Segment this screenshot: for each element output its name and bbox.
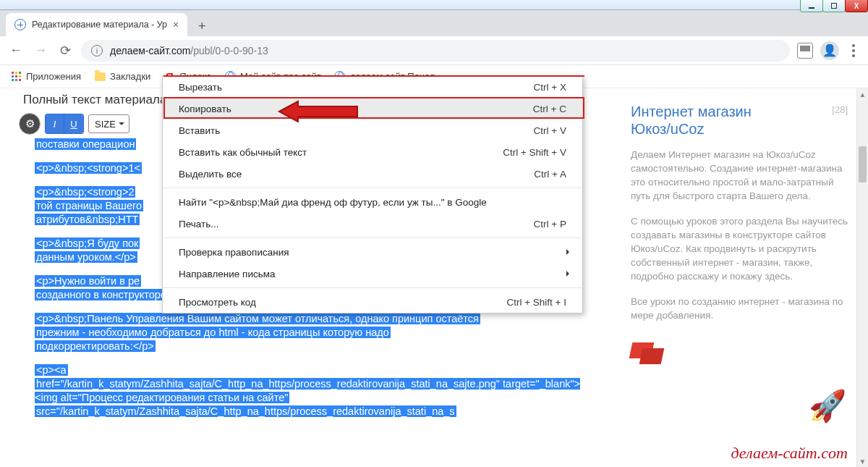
shortcut: Ctrl + A (534, 169, 566, 180)
svg-marker-0 (279, 101, 357, 122)
ctx-search-google[interactable]: Найти "<p>&nbsp;Май диа френд оф футур, … (163, 191, 582, 213)
favicon-globe-icon (14, 19, 26, 30)
scroll-thumb[interactable] (859, 146, 867, 182)
browser-tab[interactable]: Редактирование материала - Ур × (6, 13, 187, 36)
ctx-copy[interactable]: КопироватьCtrl + C (163, 98, 582, 119)
ctx-print[interactable]: Печать...Ctrl + P (163, 213, 582, 235)
apps-icon (12, 72, 21, 81)
reload-button[interactable]: ⟳ (56, 42, 74, 59)
window-titlebar: X (0, 0, 868, 10)
window-close-button[interactable]: X (845, 0, 868, 12)
selected-text: href="/kartin_k_statym/Zashhita_sajta/C_… (35, 378, 580, 403)
sidebar: [28] Интернет магазинЮкоз/uCoz Делаем Ин… (631, 103, 848, 364)
italic-button[interactable]: I (46, 114, 64, 133)
bookmark-folder[interactable]: Закладки (94, 71, 150, 83)
selected-text: <p><a (35, 364, 68, 376)
size-label: SIZE (95, 119, 116, 130)
selected-text: подкорректировать:</p> (35, 340, 156, 352)
bookmark-label: Приложения (26, 71, 81, 82)
selected-text: поставки операцион (35, 138, 136, 150)
format-group: I U (45, 114, 84, 134)
tab-title: Редактирование материала - Ур (32, 20, 167, 30)
new-tab-button[interactable]: + (192, 16, 212, 36)
section-heading: Полный текст материала (23, 93, 166, 107)
sidebar-paragraph: Все уроки по созданию интернет - магазин… (631, 295, 848, 322)
selected-text: прежним - необходимо добраться до html -… (35, 327, 391, 338)
bookmark-label: Закладки (110, 71, 150, 82)
back-button[interactable]: ← (7, 42, 25, 59)
extension-icon[interactable] (797, 43, 813, 59)
scroll-up-icon[interactable]: ▲ (857, 88, 868, 100)
window-maximize-button[interactable] (822, 0, 846, 12)
ctx-paste-plain[interactable]: Вставить как обычный текстCtrl + Shift +… (163, 141, 582, 163)
ctx-inspect[interactable]: Просмотреть кодCtrl + Shift + I (163, 291, 582, 313)
shortcut: Ctrl + Shift + V (503, 147, 566, 158)
url-text: делаем-сайт.com/publ/0-0-0-90-13 (110, 45, 268, 56)
shortcut: Ctrl + C (533, 104, 566, 114)
sidebar-title[interactable]: Интернет магазинЮкоз/uCoz (631, 103, 848, 138)
shortcut: Ctrl + X (534, 82, 566, 93)
settings-gear-icon[interactable]: ⚙ (19, 113, 41, 135)
scroll-down-icon[interactable]: ▼ (857, 455, 868, 467)
selected-text: данным уроком.</p> (35, 251, 137, 263)
tab-strip: Редактирование материала - Ур × + (0, 10, 868, 36)
browser-menu-button[interactable] (846, 44, 861, 57)
flag-icon (631, 342, 661, 364)
selected-text: <p>&nbsp;<strong>2 (35, 186, 135, 198)
profile-avatar[interactable]: 👤 (820, 41, 839, 60)
selected-text: src="/kartin_k_statym/Zashhita_sajta/C_h… (35, 405, 456, 417)
selected-text: <p>Нужно войти в ре (35, 275, 141, 287)
selected-text: <p>&nbsp;Панель Управления Вашим сайтом … (35, 313, 480, 324)
ctx-text-direction[interactable]: Направление письма (163, 263, 582, 285)
ctx-paste[interactable]: ВставитьCtrl + V (163, 119, 582, 141)
size-select[interactable]: SIZE (88, 114, 129, 133)
selected-text: <p>&nbsp;Я буду пок (35, 237, 140, 249)
underline-button[interactable]: U (64, 114, 83, 133)
ctx-cut[interactable]: ВырезатьCtrl + X (163, 76, 582, 98)
forward-button[interactable]: → (32, 42, 49, 59)
watermark: делаем-сайт.com (731, 444, 848, 463)
selected-text: той страницы Вашего (35, 200, 143, 211)
address-bar[interactable]: i делаем-сайт.com/publ/0-0-0-90-13 (81, 40, 790, 62)
toolbar: ← → ⟳ i делаем-сайт.com/publ/0-0-0-90-13… (0, 36, 868, 65)
shortcut: Ctrl + P (534, 219, 566, 230)
sidebar-paragraph: С помощью уроков этого раздела Вы научит… (631, 214, 848, 283)
sidebar-paragraph: Делаем Интернет магазин на Юкоз/uCoz сам… (631, 148, 848, 203)
ctx-spellcheck[interactable]: Проверка правописания (163, 241, 582, 263)
shortcut: Ctrl + Shift + I (506, 297, 566, 308)
editor-toolbar: ⚙ I U SIZE (19, 113, 129, 135)
selected-text: атрибутов&nbsp;HTT (35, 214, 140, 225)
window-minimize-button[interactable] (800, 0, 823, 12)
sidebar-count: [28] (832, 104, 848, 115)
annotation-red-arrow-icon (276, 97, 363, 126)
ctx-select-all[interactable]: Выделить всеCtrl + A (163, 163, 582, 185)
shortcut: Ctrl + V (534, 125, 566, 136)
tab-close-icon[interactable]: × (173, 19, 179, 30)
selected-text: <p>&nbsp;<strong>1< (35, 162, 142, 174)
rocket-icon[interactable]: 🚀 (809, 388, 846, 424)
context-menu: ВырезатьCtrl + X КопироватьCtrl + C Вста… (162, 75, 583, 314)
folder-icon (95, 72, 106, 81)
bookmark-apps[interactable]: Приложения (10, 71, 81, 83)
site-info-icon[interactable]: i (91, 45, 103, 56)
vertical-scrollbar[interactable]: ▲ ▼ (856, 88, 868, 467)
